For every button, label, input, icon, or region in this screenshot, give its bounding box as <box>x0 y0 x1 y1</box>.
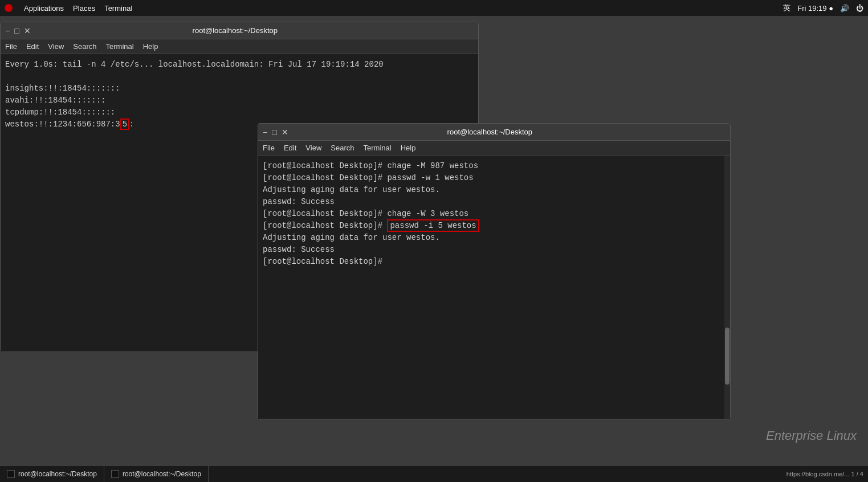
terminal-1-maximize[interactable]: □ <box>14 27 19 35</box>
terminal-1-menu-search[interactable]: Search <box>73 42 96 51</box>
places-menu[interactable]: Places <box>73 4 95 13</box>
enterprise-linux-watermark: Enterprise Linux <box>766 428 857 443</box>
terminal-2-close[interactable]: ✕ <box>282 128 288 136</box>
terminal-2-titlebar: − □ ✕ root@localhost:~/Desktop <box>258 124 730 141</box>
terminal-1-menu-view[interactable]: View <box>48 42 64 51</box>
system-bar: Applications Places Terminal 英 Fri 19:19… <box>0 0 868 16</box>
terminal-1-line6-pre: westos:!!:1234:656:987:3 <box>5 120 120 129</box>
terminal-2-line6: [root@localhost Desktop]# passwd -i 5 we… <box>263 220 720 232</box>
terminal-2-line9: [root@localhost Desktop]# <box>263 256 720 268</box>
taskbar-item-2[interactable]: root@localhost:~/Desktop <box>104 466 209 482</box>
terminal-1-line2 <box>5 71 474 83</box>
terminal-1-line5: tcpdump:!!:18454::::::: <box>5 107 474 119</box>
terminal-2-minimize[interactable]: − <box>263 128 267 136</box>
terminal-2-line3: Adjusting aging data for user westos. <box>263 184 720 196</box>
terminal-menu[interactable]: Terminal <box>104 4 132 13</box>
taskbar-label-1: root@localhost:~/Desktop <box>18 470 97 478</box>
terminal-1-line3: insights:!!:18454::::::: <box>5 83 474 95</box>
desktop: − □ ✕ root@localhost:~/Desktop File Edit… <box>0 16 868 466</box>
terminal-2-body: [root@localhost Desktop]# chage -M 987 w… <box>258 156 730 419</box>
terminal-2-controls: − □ ✕ <box>263 128 288 136</box>
system-bar-right: 英 Fri 19:19 ● 🔊 ⏻ <box>783 3 863 13</box>
terminal-2-menu-terminal[interactable]: Terminal <box>364 144 392 152</box>
terminal-2-line2: [root@localhost Desktop]# passwd -w 1 we… <box>263 172 720 184</box>
volume-icon[interactable]: 🔊 <box>840 4 849 13</box>
taskbar-right-text: https://blog.csdn.me/... 1 / 4 <box>787 471 863 477</box>
terminal-1-titlebar: − □ ✕ root@localhost:~/Desktop <box>1 22 478 39</box>
taskbar-item-1[interactable]: root@localhost:~/Desktop <box>0 466 104 482</box>
terminal-1-menubar: File Edit View Search Terminal Help <box>1 39 478 54</box>
taskbar-right: https://blog.csdn.me/... 1 / 4 <box>787 471 868 477</box>
taskbar: root@localhost:~/Desktop root@localhost:… <box>0 466 868 482</box>
terminal-2-maximize[interactable]: □ <box>272 128 276 136</box>
applications-menu[interactable]: Applications <box>24 4 64 13</box>
terminal-2-line1: [root@localhost Desktop]# chage -M 987 w… <box>263 160 720 172</box>
terminal-2-content[interactable]: [root@localhost Desktop]# chage -M 987 w… <box>258 156 724 419</box>
terminal-2-line4: passwd: Success <box>263 196 720 208</box>
system-bar-left: Applications Places Terminal <box>5 4 132 13</box>
terminal-1-menu-edit[interactable]: Edit <box>26 42 39 51</box>
taskbar-label-2: root@localhost:~/Desktop <box>123 470 201 478</box>
terminal-1-line6-highlight: 5 <box>120 119 129 130</box>
terminal-1-title: root@localhost:~/Desktop <box>31 26 439 35</box>
terminal-1-controls: − □ ✕ <box>5 27 31 35</box>
terminal-2-menu-search[interactable]: Search <box>331 144 354 152</box>
taskbar-icon-1 <box>7 470 15 478</box>
terminal-window-2: − □ ✕ root@localhost:~/Desktop File Edit… <box>258 123 731 419</box>
language-indicator: 英 <box>783 3 790 13</box>
terminal-2-line6-highlight: passwd -i 5 westos <box>387 219 479 232</box>
terminal-2-title: root@localhost:~/Desktop <box>288 128 691 136</box>
terminal-2-menu-help[interactable]: Help <box>401 144 416 152</box>
datetime-display: Fri 19:19 ● <box>797 4 833 13</box>
terminal-2-menu-edit[interactable]: Edit <box>284 144 296 152</box>
terminal-2-menu-view[interactable]: View <box>305 144 321 152</box>
terminal-1-close[interactable]: ✕ <box>24 27 31 35</box>
terminal-2-line5: [root@localhost Desktop]# chage -W 3 wes… <box>263 208 720 220</box>
terminal-2-line6-pre: [root@localhost Desktop]# <box>263 221 387 230</box>
terminal-1-menu-terminal[interactable]: Terminal <box>106 42 134 51</box>
terminal-2-menu-file[interactable]: File <box>263 144 275 152</box>
terminal-1-line1: Every 1.0s: tail -n 4 /etc/s... localhos… <box>5 59 474 71</box>
terminal-1-minimize[interactable]: − <box>5 27 10 35</box>
terminal-1-menu-file[interactable]: File <box>5 42 17 51</box>
terminal-2-menubar: File Edit View Search Terminal Help <box>258 141 730 156</box>
terminal-1-line4: avahi:!!:18454::::::: <box>5 95 474 107</box>
taskbar-icon-2 <box>111 470 119 478</box>
terminal-2-line7: Adjusting aging data for user westos. <box>263 232 720 244</box>
terminal-1-line6-post: : <box>129 120 134 129</box>
power-icon[interactable]: ⏻ <box>856 4 863 13</box>
terminal-2-line8: passwd: Success <box>263 244 720 256</box>
terminal-1-menu-help[interactable]: Help <box>143 42 158 51</box>
app-dot <box>5 4 15 12</box>
terminal-2-scrollbar[interactable] <box>724 156 730 419</box>
terminal-2-scrollbar-thumb[interactable] <box>725 328 730 385</box>
